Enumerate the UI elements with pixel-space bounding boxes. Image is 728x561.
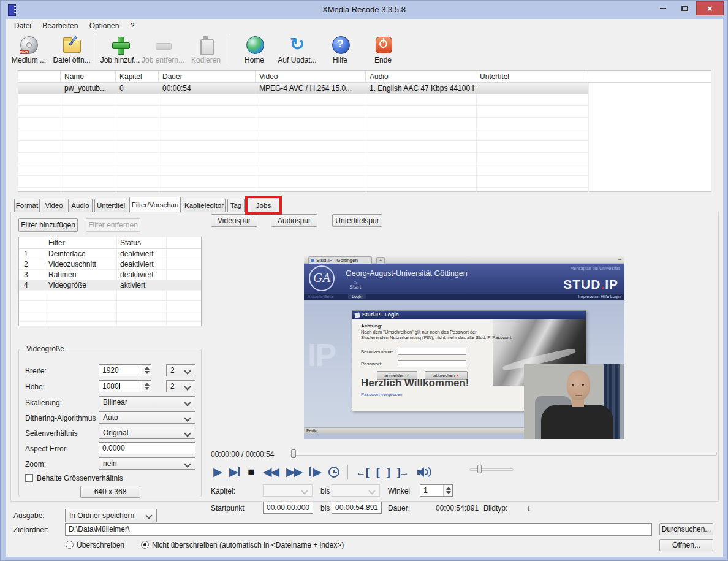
toolbar-exit-button[interactable]: Ende	[362, 32, 404, 64]
breite-mod-select[interactable]: 2	[166, 364, 195, 376]
help-icon: ?	[330, 35, 351, 55]
col-dauer[interactable]: Dauer	[159, 71, 256, 83]
filter-row-videogroesse[interactable]: 4 Videogröße aktiviert	[19, 280, 201, 291]
tab-tag[interactable]: Tag	[227, 199, 245, 212]
status-col[interactable]: Status	[120, 239, 141, 247]
passwort-label: Passwort:	[361, 361, 382, 367]
filter-row-rahmen[interactable]: 3 Rahmen deaktiviert	[19, 270, 201, 280]
tab-untertitel[interactable]: Untertitel	[94, 199, 127, 212]
table-row[interactable]: pw_youtub... 0 00:00:54 MPEG-4 AVC / H.2…	[18, 83, 588, 94]
audiospur-button[interactable]: Audiospur	[271, 214, 317, 227]
time-display: 00:00:00 / 00:00:54	[211, 450, 274, 459]
hoehe-mod-select[interactable]: 2	[166, 380, 195, 392]
breite-spinner[interactable]	[142, 365, 151, 376]
filter-col[interactable]: Filter	[48, 239, 65, 247]
next-frame-button[interactable]: ▶	[229, 465, 240, 479]
menu-datei[interactable]: Datei	[10, 19, 36, 32]
fast-forward-button[interactable]: ▶▶	[286, 465, 301, 479]
skalierung-label: Skalierung:	[25, 399, 62, 407]
benutzername-field	[398, 348, 466, 355]
seitenverhaeltnis-select[interactable]: Original	[99, 427, 195, 439]
dithering-select[interactable]: Auto	[99, 411, 195, 424]
col-untertitel[interactable]: Untertitel	[476, 71, 588, 83]
hoehe-input[interactable]: 1080	[99, 380, 151, 392]
menu-bearbeiten[interactable]: Bearbeiten	[38, 19, 82, 32]
maximize-button[interactable]	[675, 1, 694, 15]
keep-ratio-checkbox[interactable]	[25, 474, 33, 482]
webcam-overlay	[524, 364, 624, 439]
clock-button[interactable]	[328, 467, 339, 478]
bildtyp-value: I	[528, 504, 530, 513]
set-start-mark-button[interactable]: [	[376, 465, 379, 479]
zoom-select[interactable]: nein	[99, 457, 195, 470]
durchsuchen-button[interactable]: Durchsuchen...	[659, 523, 713, 535]
cell-name: pw_youtub...	[61, 84, 116, 93]
tab-kapiteleditor[interactable]: Kapiteleditor	[183, 199, 226, 212]
toolbar-add-job-button[interactable]: Job hinzuf...	[99, 32, 142, 64]
zielordner-input[interactable]: D:\Data\Mülleimer\	[65, 523, 652, 536]
step-forward-button[interactable]: ▶	[309, 465, 320, 479]
toolbar-open-file-button[interactable]: Datei öffn...	[50, 32, 93, 64]
hoehe-spinner[interactable]	[142, 381, 151, 392]
add-filter-button[interactable]: Filter hinzufügen	[18, 218, 78, 232]
jump-end-mark-button[interactable]: ]→	[397, 465, 409, 480]
remove-filter-button: Filter entfernen	[86, 218, 140, 232]
toolbar-remove-job-button: Job entfern...	[142, 32, 184, 64]
untertitelspur-button[interactable]: Untertitelspur	[332, 214, 382, 227]
rewind-button[interactable]: ◀◀	[263, 465, 278, 479]
start-home-link: ⌂Start	[349, 280, 361, 289]
volume-slider[interactable]	[469, 468, 514, 471]
tab-format[interactable]: Format	[14, 199, 40, 212]
menu-bar: Datei Bearbeiten Optionen ?	[6, 19, 723, 32]
aspect-error-input[interactable]: 0.0000	[99, 442, 195, 454]
filter-list[interactable]: Filter Status 1 Deinterlace deaktiviert …	[18, 237, 202, 326]
speaker-button[interactable]	[417, 466, 432, 478]
zielordner-label: Zielordner:	[13, 525, 48, 534]
seek-slider[interactable]	[290, 452, 717, 456]
play-button[interactable]: ▶	[213, 465, 221, 479]
winkel-spinner[interactable]	[443, 485, 452, 496]
winkel-input[interactable]: 1	[420, 484, 453, 497]
nicht-ueberschreiben-radio[interactable]	[141, 541, 149, 549]
volume-slider-handle[interactable]	[477, 465, 482, 473]
endpunkt-input[interactable]: 00:00:54:891	[332, 502, 382, 514]
tab-video[interactable]: Video	[42, 199, 66, 212]
col-name[interactable]: Name	[61, 71, 116, 83]
jump-start-mark-button[interactable]: ←[	[356, 465, 368, 480]
videospur-button[interactable]: Videospur	[211, 214, 257, 227]
filter-row-videozuschnitt[interactable]: 2 Videozuschnitt deaktiviert	[19, 259, 201, 270]
menu-optionen[interactable]: Optionen	[85, 19, 124, 32]
toolbar-medium-button[interactable]: DVD Medium ...	[7, 32, 50, 64]
minimize-button[interactable]	[654, 1, 672, 15]
col-audio[interactable]: Audio	[366, 71, 476, 83]
menu-help[interactable]: ?	[126, 19, 139, 32]
toolbar-home-button[interactable]: Home	[233, 32, 276, 64]
video-preview: Stud.IP - Göttingen + – GA Georg-August-…	[304, 256, 624, 439]
globe-icon	[244, 35, 265, 55]
ueberschreiben-radio[interactable]	[66, 541, 74, 549]
tab-filter-vorschau[interactable]: Filter/Vorschau	[129, 197, 181, 212]
filter-row-deinterlace[interactable]: 1 Deinterlace deaktiviert	[19, 249, 201, 259]
col-kapitel[interactable]: Kapitel	[116, 71, 159, 83]
seek-slider-handle[interactable]	[291, 449, 296, 458]
oeffnen-button[interactable]: Öffnen...	[659, 539, 713, 551]
col-icon[interactable]	[18, 71, 61, 83]
size-640x368-button[interactable]: 640 x 368	[80, 486, 140, 498]
startpunkt-input[interactable]: 00:00:00:000	[263, 502, 313, 514]
skalierung-select[interactable]: Bilinear	[99, 396, 195, 408]
toolbar-update-button[interactable]: ↻ Auf Updat...	[276, 32, 319, 64]
close-button[interactable]: ×	[696, 1, 724, 15]
cell-dauer: 00:00:54	[159, 84, 256, 93]
toolbar-help-button[interactable]: ? Hilfe	[319, 32, 362, 64]
browser-tabbar: Stud.IP - Göttingen + –	[304, 256, 624, 264]
winkel-label: Winkel	[388, 487, 410, 495]
set-end-mark-button[interactable]: ]	[387, 465, 389, 479]
ausgabe-select[interactable]: In Ordner speichern	[65, 509, 157, 522]
col-video[interactable]: Video	[256, 71, 366, 83]
job-file-table[interactable]: Name Kapitel Dauer Video Audio Untertite…	[18, 70, 711, 192]
tab-audio[interactable]: Audio	[68, 199, 93, 212]
remove-job-icon	[153, 35, 173, 55]
breite-input[interactable]: 1920	[99, 364, 151, 376]
stop-button[interactable]: ■	[248, 465, 254, 479]
header-links: Mensaplan die Universität	[570, 266, 620, 270]
